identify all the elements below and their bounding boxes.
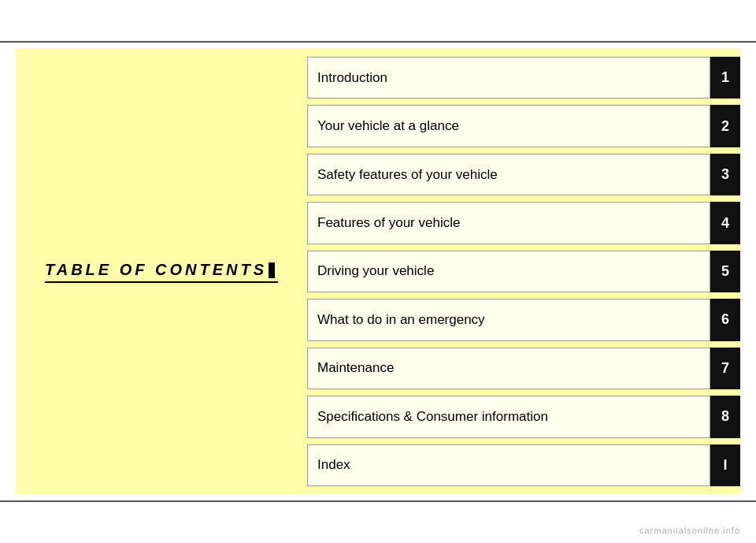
toc-item-number-2: 2 <box>710 105 740 147</box>
table-row[interactable]: Maintenance7 <box>307 348 740 389</box>
table-row[interactable]: Specifications & Consumer information8 <box>307 396 740 437</box>
toc-list: Introduction1Your vehicle at a glance2Sa… <box>307 49 740 494</box>
table-row[interactable]: Introduction1 <box>307 57 740 99</box>
toc-title: TABLE OF CONTENTS <box>45 261 278 283</box>
table-row[interactable]: Features of your vehicle4 <box>307 202 740 244</box>
bottom-divider <box>0 500 756 502</box>
toc-item-number-1: 1 <box>710 57 740 99</box>
toc-item-label-5[interactable]: Driving your vehicle <box>307 251 710 292</box>
table-row[interactable]: Driving your vehicle5 <box>307 251 740 292</box>
toc-item-number-4: 4 <box>710 202 740 244</box>
toc-item-number-6: 6 <box>710 299 740 340</box>
toc-item-label-1[interactable]: Introduction <box>307 57 710 99</box>
toc-item-label-4[interactable]: Features of your vehicle <box>307 202 710 244</box>
main-container: TABLE OF CONTENTS Introduction1Your vehi… <box>16 49 740 494</box>
toc-cursor <box>269 262 275 278</box>
toc-item-number-9: I <box>710 444 740 486</box>
toc-item-number-3: 3 <box>710 154 740 195</box>
top-divider <box>0 41 756 43</box>
toc-item-label-7[interactable]: Maintenance <box>307 348 710 389</box>
toc-item-label-6[interactable]: What to do in an emergency <box>307 299 710 340</box>
left-panel: TABLE OF CONTENTS <box>16 49 307 494</box>
watermark: carmanualsonline.info <box>639 526 740 535</box>
toc-item-number-8: 8 <box>710 396 740 437</box>
toc-title-text: TABLE OF CONTENTS <box>45 261 267 278</box>
table-row[interactable]: What to do in an emergency6 <box>307 299 740 340</box>
table-row[interactable]: IndexI <box>307 444 740 486</box>
toc-item-label-2[interactable]: Your vehicle at a glance <box>307 105 710 147</box>
toc-item-label-3[interactable]: Safety features of your vehicle <box>307 154 710 195</box>
toc-item-number-7: 7 <box>710 348 740 389</box>
table-row[interactable]: Safety features of your vehicle3 <box>307 154 740 195</box>
toc-item-label-9[interactable]: Index <box>307 444 710 486</box>
table-row[interactable]: Your vehicle at a glance2 <box>307 105 740 147</box>
toc-item-number-5: 5 <box>710 251 740 292</box>
toc-item-label-8[interactable]: Specifications & Consumer information <box>307 396 710 437</box>
